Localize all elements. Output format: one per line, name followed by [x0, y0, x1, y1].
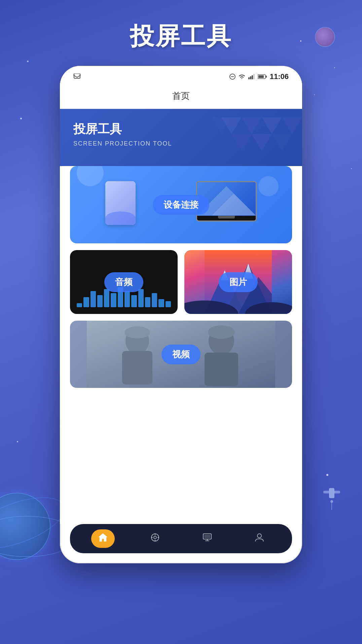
notification-icon	[73, 74, 81, 80]
svg-rect-2	[334, 491, 340, 493]
nav-item-profile[interactable]	[248, 529, 271, 548]
svg-rect-14	[258, 75, 264, 78]
nav-item-home[interactable]	[91, 529, 115, 548]
nav-item-media[interactable]	[143, 529, 167, 548]
audio-card[interactable]: 音频	[70, 250, 178, 314]
audio-label[interactable]: 音频	[104, 272, 143, 292]
video-label[interactable]: 视频	[161, 345, 201, 364]
device-connect-label[interactable]: 设备连接	[153, 195, 209, 215]
main-card: 设备连接	[60, 156, 302, 524]
dnd-icon	[229, 74, 236, 80]
svg-rect-51	[204, 535, 210, 538]
device-connect-card[interactable]: 设备连接	[70, 166, 292, 243]
status-bar: 11:06	[60, 66, 302, 85]
svg-rect-9	[248, 77, 250, 79]
cast-icon	[202, 533, 212, 545]
photo-label[interactable]: 图片	[219, 272, 258, 292]
media-icon	[150, 533, 160, 545]
svg-marker-20	[231, 134, 252, 151]
page-title: 首页	[172, 91, 190, 101]
nav-item-cast[interactable]	[195, 529, 219, 548]
svg-rect-15	[266, 76, 267, 78]
satellite-decoration	[322, 481, 342, 516]
svg-rect-11	[252, 75, 253, 79]
svg-rect-0	[329, 488, 334, 498]
banner-triangles	[201, 109, 302, 166]
small-planet	[315, 27, 335, 47]
video-card[interactable]: 视频	[70, 321, 292, 388]
app-bar: 首页	[60, 85, 302, 109]
svg-point-3	[330, 500, 333, 503]
svg-rect-10	[250, 76, 251, 79]
home-icon	[98, 533, 108, 545]
status-time: 11:06	[270, 72, 289, 81]
app-title: 投屏工具	[130, 20, 232, 52]
svg-point-43	[154, 536, 156, 539]
svg-marker-19	[282, 117, 302, 134]
header-banner: 投屏工具 SCREEN PROJECTION TOOL	[60, 109, 302, 166]
signal-icon	[248, 74, 255, 79]
feature-row-audio-photo: 音频	[70, 250, 292, 314]
svg-marker-22	[272, 134, 292, 151]
phone-frame: 11:06 首页 投屏工具 SCREEN PROJECTION TOOL	[60, 66, 302, 563]
planet-decoration	[0, 493, 50, 560]
photo-card[interactable]: 图片	[184, 250, 292, 314]
wifi-icon	[238, 74, 246, 80]
bottom-nav	[70, 524, 292, 553]
status-left	[73, 74, 81, 80]
svg-marker-18	[262, 117, 282, 134]
svg-marker-21	[252, 134, 272, 151]
status-right: 11:06	[229, 72, 289, 81]
profile-icon	[254, 533, 264, 545]
svg-marker-17	[242, 117, 262, 134]
svg-point-52	[257, 534, 261, 538]
battery-icon	[258, 74, 267, 79]
svg-rect-1	[323, 491, 329, 493]
svg-rect-12	[253, 74, 255, 79]
